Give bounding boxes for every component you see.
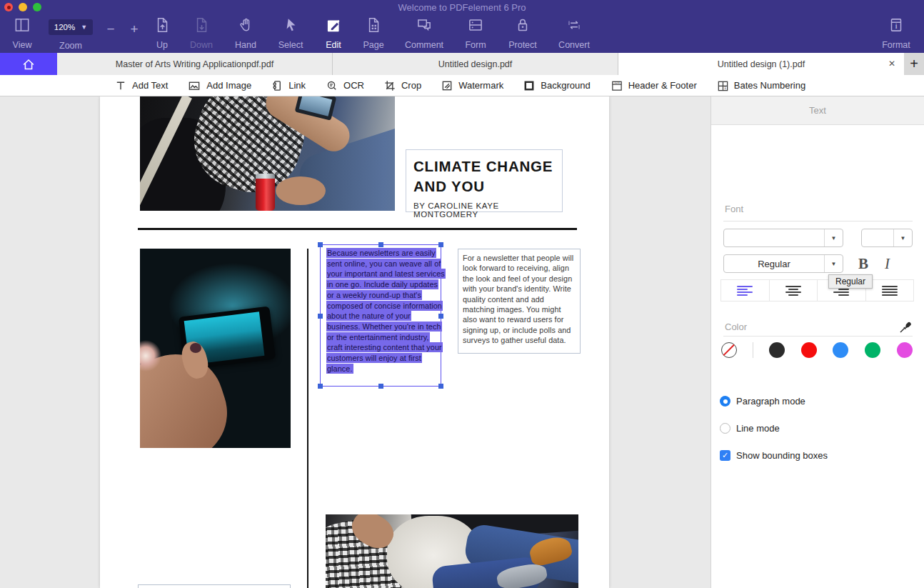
eyedropper-icon[interactable]	[898, 320, 913, 337]
svg-text:123: 123	[614, 81, 620, 84]
align-justify-button[interactable]	[866, 280, 914, 301]
italic-button[interactable]: I	[885, 255, 890, 273]
form-mode-button[interactable]: Form	[454, 16, 497, 50]
photo-hand-holding-phone[interactable]	[140, 249, 291, 448]
tab-label: Untitled design (1).pdf	[718, 59, 805, 69]
font-style-select[interactable]: Regular ▼	[723, 254, 843, 273]
bold-button[interactable]: B	[858, 255, 868, 273]
tab-close-icon[interactable]: ✕	[888, 59, 895, 69]
divider	[723, 336, 913, 337]
color-black-swatch[interactable]	[769, 342, 785, 358]
paragraph-mode-radio[interactable]: Paragraph mode	[720, 396, 805, 407]
resize-handle-se[interactable]	[438, 384, 443, 389]
document-byline: BY CAROLINE KAYE MONTGOMERY	[413, 201, 555, 219]
protect-mode-button[interactable]: Protect	[501, 16, 544, 50]
hand-tool-label: Hand	[235, 41, 256, 50]
resize-handle-n[interactable]	[378, 242, 383, 247]
color-green-swatch[interactable]	[865, 342, 880, 358]
comment-mode-button[interactable]: Comment	[400, 16, 448, 50]
protect-mode-label: Protect	[508, 41, 537, 50]
resize-handle-sw[interactable]	[318, 384, 323, 389]
partial-textbox[interactable]	[138, 584, 291, 588]
align-left-button[interactable]	[721, 280, 770, 301]
chevron-down-icon: ▼	[824, 229, 843, 246]
align-center-button[interactable]	[770, 280, 818, 301]
photo-people-seated[interactable]	[326, 514, 578, 588]
chevron-down-icon: ▼	[893, 229, 912, 246]
paragraph-mode-label: Paragraph mode	[736, 396, 805, 407]
tab-untitled-design[interactable]: Untitled design.pdf	[333, 53, 618, 75]
page-mode-button[interactable]: Page	[352, 16, 395, 50]
page-down-button[interactable]: Down	[180, 16, 223, 50]
ocr-label: OCR	[343, 80, 364, 91]
chevron-down-icon: ▼	[824, 255, 843, 272]
background-label: Background	[541, 80, 590, 91]
photo-person-with-phone-and-can[interactable]	[140, 96, 395, 211]
lock-icon	[513, 16, 532, 34]
resize-handle-w[interactable]	[318, 314, 323, 319]
select-tool-label: Select	[278, 41, 303, 50]
align-center-icon	[783, 285, 804, 297]
add-text-label: Add Text	[132, 80, 168, 91]
header-footer-button[interactable]: 123 Header & Footer	[610, 79, 697, 92]
bates-numbering-icon: 1	[716, 79, 729, 92]
show-bounding-boxes-checkbox[interactable]: ✓ Show bounding boxes	[720, 450, 828, 461]
color-magenta-swatch[interactable]	[897, 342, 913, 358]
zoom-level-select[interactable]: 120% ▼	[49, 19, 93, 35]
form-icon	[466, 16, 485, 34]
crop-button[interactable]: Crop	[383, 79, 421, 92]
edit-toolbar: Add Text Add Image Link OCR Crop Waterma…	[0, 75, 924, 96]
zoom-label: Zoom	[49, 41, 93, 51]
swatch-divider	[753, 342, 753, 358]
home-tab-button[interactable]	[0, 53, 57, 75]
convert-mode-button[interactable]: Convert	[553, 16, 596, 50]
alignment-toolbar	[720, 279, 914, 302]
page-up-label: Up	[156, 41, 168, 50]
document-title-block[interactable]: CLIMATE CHANGEAND YOU BY CAROLINE KAYE M…	[406, 149, 563, 212]
view-icon	[13, 16, 31, 34]
radio-checked-icon	[720, 396, 730, 407]
select-tool-button[interactable]: Select	[269, 16, 312, 50]
comment-mode-label: Comment	[405, 41, 443, 50]
color-red-swatch[interactable]	[801, 342, 817, 358]
add-text-icon	[114, 79, 127, 92]
link-button[interactable]: Link	[271, 79, 306, 92]
view-button[interactable]: View	[6, 16, 39, 50]
document-viewport[interactable]: CLIMATE CHANGEAND YOU BY CAROLINE KAYE M…	[0, 96, 710, 588]
color-none-swatch[interactable]	[721, 342, 737, 358]
color-blue-swatch[interactable]	[833, 342, 848, 358]
format-panel: Text Font ▼ ▼ Regular ▼ B I Regular	[710, 96, 924, 588]
add-image-button[interactable]: Add Image	[187, 79, 251, 92]
paragraph-textbox[interactable]: For a newsletter that people will look f…	[458, 249, 581, 354]
page-up-button[interactable]: Up	[141, 16, 184, 50]
selected-paragraph-text[interactable]: Because newsletters are easily sent onli…	[326, 248, 445, 374]
pdf-page[interactable]: CLIMATE CHANGEAND YOU BY CAROLINE KAYE M…	[100, 96, 609, 588]
ocr-button[interactable]: OCR	[325, 79, 364, 92]
font-size-select[interactable]: ▼	[861, 229, 913, 247]
document-tab-bar: Master of Arts Writing Applicationpdf.pd…	[0, 53, 924, 75]
resize-handle-nw[interactable]	[318, 242, 323, 247]
zoom-out-button[interactable]: −	[102, 21, 119, 37]
resize-handle-ne[interactable]	[438, 242, 443, 247]
tab-label: Untitled design.pdf	[438, 59, 513, 69]
add-image-icon	[187, 79, 201, 92]
bates-numbering-button[interactable]: 1 Bates Numbering	[716, 79, 805, 92]
tab-untitled-design-1-active[interactable]: Untitled design (1).pdf ✕	[618, 53, 904, 75]
align-justify-icon	[879, 285, 900, 297]
new-tab-button[interactable]: +	[904, 53, 924, 75]
panel-title: Text	[809, 105, 826, 116]
line-mode-radio[interactable]: Line mode	[720, 423, 780, 434]
tab-master-of-arts[interactable]: Master of Arts Writing Applicationpdf.pd…	[57, 53, 333, 75]
edit-mode-button[interactable]: Edit	[312, 16, 355, 50]
format-panel-button[interactable]: i Format	[876, 16, 916, 50]
hand-tool-button[interactable]: Hand	[224, 16, 267, 50]
watermark-label: Watermark	[458, 80, 503, 91]
chevron-down-icon: ▼	[81, 24, 87, 31]
resize-handle-s[interactable]	[378, 384, 383, 389]
watermark-button[interactable]: Watermark	[441, 79, 503, 92]
hand-icon	[236, 16, 255, 34]
add-text-button[interactable]: Add Text	[114, 79, 168, 92]
edit-mode-label: Edit	[326, 41, 341, 50]
font-family-select[interactable]: ▼	[723, 229, 843, 247]
background-button[interactable]: Background	[523, 79, 590, 92]
